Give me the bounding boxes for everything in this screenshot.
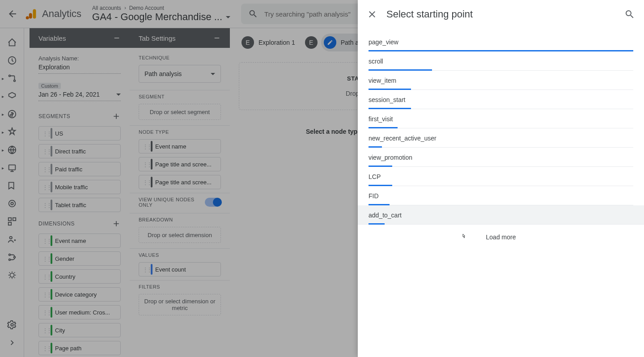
event-item[interactable]: add_to_cart bbox=[358, 205, 644, 225]
close-icon[interactable] bbox=[367, 9, 377, 20]
event-name-label: view_item bbox=[369, 77, 633, 84]
event-item[interactable]: page_view bbox=[369, 32, 633, 51]
event-name-label: session_start bbox=[369, 96, 633, 103]
event-name-label: view_promotion bbox=[369, 154, 633, 161]
event-item[interactable]: new_recent_active_user bbox=[369, 128, 633, 148]
event-item[interactable]: view_promotion bbox=[369, 148, 633, 167]
starting-point-drawer: Select starting point page_viewscrollvie… bbox=[358, 0, 644, 357]
cursor-icon bbox=[460, 233, 467, 240]
drawer-title: Select starting point bbox=[386, 8, 615, 20]
event-name-label: first_visit bbox=[369, 115, 633, 123]
search-icon[interactable] bbox=[624, 9, 635, 20]
event-name-label: new_recent_active_user bbox=[369, 135, 633, 142]
load-more-button[interactable]: Load more bbox=[369, 225, 633, 250]
event-name-label: add_to_cart bbox=[369, 212, 633, 219]
event-item[interactable]: LCP bbox=[369, 167, 633, 186]
event-item[interactable]: first_visit bbox=[369, 109, 633, 128]
event-name-label: scroll bbox=[369, 58, 633, 65]
event-item[interactable]: FID bbox=[369, 186, 633, 205]
event-item[interactable]: session_start bbox=[369, 90, 633, 109]
drawer-header: Select starting point bbox=[358, 0, 644, 29]
event-item[interactable]: view_item bbox=[369, 71, 633, 90]
event-name-label: FID bbox=[369, 192, 633, 200]
event-item[interactable]: scroll bbox=[369, 51, 633, 71]
event-list: page_viewscrollview_itemsession_startfir… bbox=[358, 29, 644, 250]
event-name-label: page_view bbox=[369, 38, 633, 46]
event-name-label: LCP bbox=[369, 173, 633, 180]
